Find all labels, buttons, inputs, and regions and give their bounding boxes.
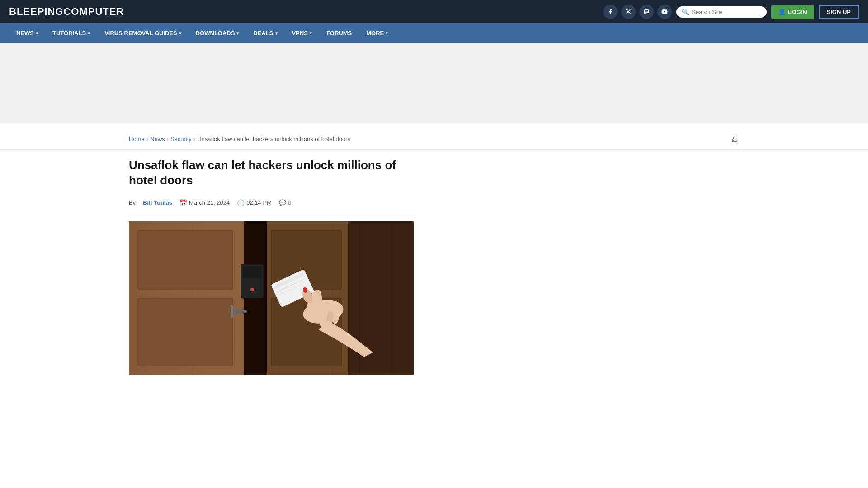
search-icon: 🔍 [682,9,689,15]
nav-arrow-news: ▾ [36,31,38,36]
time-text: 02:14 PM [246,199,272,206]
breadcrumb-sep-2: › [167,136,169,142]
date-text: March 21, 2024 [189,199,230,206]
breadcrumb-security[interactable]: Security [170,136,192,142]
user-icon: 👤 [778,9,786,15]
nav-label-vpns: VPNS [292,30,308,37]
nav-arrow-vpns: ▾ [310,31,312,36]
comments-number: 0 [288,199,291,206]
header-right: 🔍 👤 LOGIN SIGN UP [603,5,859,19]
breadcrumb-sep-3: › [193,136,195,142]
svg-point-23 [250,288,254,291]
breadcrumb-news[interactable]: News [150,136,165,142]
main-nav: NEWS ▾ TUTORIALS ▾ VIRUS REMOVAL GUIDES … [0,23,868,43]
breadcrumb-current: Unsaflok flaw can let hackers unlock mil… [197,136,350,142]
nav-arrow-virus: ▾ [179,31,181,36]
nav-label-tutorials: TUTORIALS [52,30,86,37]
article-body: Unsaflok flaw can let hackers unlock mil… [129,150,416,375]
nav-label-forums: FORUMS [326,30,352,37]
article-image-container [129,221,416,375]
nav-label-news: NEWS [16,30,34,37]
nav-arrow-deals: ▾ [275,31,278,36]
nav-item-virus[interactable]: VIRUS REMOVAL GUIDES ▾ [97,23,189,43]
author-link[interactable]: Bill Toulas [143,199,172,206]
main-content: Unsaflok flaw can let hackers unlock mil… [0,150,868,375]
nav-label-downloads: DOWNLOADS [196,30,235,37]
twitter-icon[interactable] [621,5,636,19]
nav-label-deals: DEALS [253,30,273,37]
signup-label: SIGN UP [827,9,851,15]
nav-item-deals[interactable]: DEALS ▾ [246,23,284,43]
nav-label-more: MORE [366,30,384,37]
comment-icon: 💬 [279,199,286,206]
article-sidebar [425,150,561,375]
nav-arrow-tutorials: ▾ [88,31,90,36]
article-image [129,221,414,375]
comments-count[interactable]: 💬 0 [279,199,291,206]
youtube-icon[interactable] [657,5,672,19]
login-label: LOGIN [788,9,807,15]
logo-thin: BLEEPING [9,6,63,17]
svg-rect-8 [138,230,233,289]
search-input[interactable] [692,9,761,15]
nav-item-downloads[interactable]: DOWNLOADS ▾ [189,23,246,43]
nav-arrow-downloads: ▾ [236,31,239,36]
svg-rect-9 [138,298,233,366]
logo-bold: COMPUTER [63,6,124,17]
article-title: Unsaflok flaw can let hackers unlock mil… [129,158,416,188]
svg-rect-22 [243,266,262,278]
svg-rect-24 [231,310,247,313]
site-header: BLEEPINGCOMPUTER 🔍 👤 LOGIN SIGN UP [0,0,868,23]
by-label: By [129,199,136,206]
breadcrumb-sep-1: › [146,136,148,142]
nav-item-forums[interactable]: FORUMS [319,23,359,43]
advertisement-banner [0,43,868,124]
calendar-icon: 📅 [179,199,187,206]
social-icons [603,5,672,19]
breadcrumb: Home › News › Security › Unsaflok flaw c… [129,136,350,142]
mastodon-icon[interactable] [639,5,654,19]
breadcrumb-home[interactable]: Home [129,136,145,142]
hotel-door-illustration [129,221,414,375]
svg-rect-25 [231,305,233,318]
publish-time: 🕐 02:14 PM [237,199,272,206]
nav-item-tutorials[interactable]: TUTORIALS ▾ [45,23,97,43]
breadcrumb-bar: Home › News › Security › Unsaflok flaw c… [0,129,868,150]
nav-arrow-more: ▾ [386,31,388,36]
publish-date: 📅 March 21, 2024 [179,199,230,206]
article-meta: By Bill Toulas 📅 March 21, 2024 🕐 02:14 … [129,196,416,214]
search-box: 🔍 [676,6,767,18]
login-button[interactable]: 👤 LOGIN [771,5,814,19]
clock-icon: 🕐 [237,199,245,206]
nav-label-virus: VIRUS REMOVAL GUIDES [104,30,177,37]
nav-item-more[interactable]: MORE ▾ [359,23,395,43]
signup-button[interactable]: SIGN UP [819,5,859,19]
nav-item-vpns[interactable]: VPNS ▾ [285,23,319,43]
site-logo[interactable]: BLEEPINGCOMPUTER [9,6,124,18]
print-icon[interactable]: 🖨 [731,134,739,144]
nav-item-news[interactable]: NEWS ▾ [9,23,45,43]
facebook-icon[interactable] [603,5,618,19]
